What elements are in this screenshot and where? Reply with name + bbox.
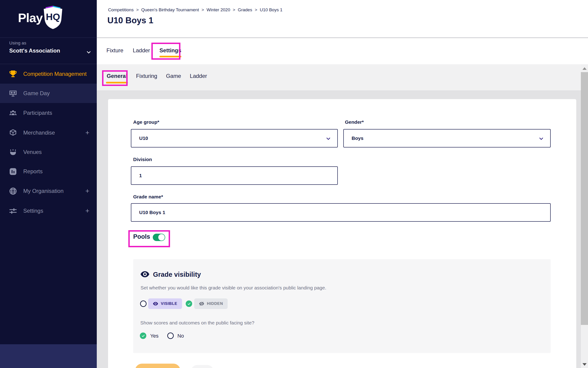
- expand-plus-icon[interactable]: +: [85, 129, 89, 137]
- no-radio[interactable]: [167, 332, 174, 339]
- chevron-down-icon: [325, 136, 331, 142]
- sidebar-item-reports[interactable]: Reports: [0, 162, 97, 181]
- globe-icon: [9, 187, 17, 195]
- yes-radio-checked[interactable]: [140, 332, 146, 339]
- visible-radio[interactable]: [140, 301, 147, 307]
- hidden-radio-checked[interactable]: [186, 301, 192, 307]
- gender-value: Boys: [352, 136, 363, 141]
- division-label: Division: [133, 157, 152, 162]
- chevron-down-icon: [538, 136, 544, 142]
- no-label[interactable]: No: [177, 333, 184, 339]
- tab-bar: Fixture Ladder Settings: [97, 38, 588, 64]
- scrollbar-down-arrow-icon[interactable]: [582, 363, 587, 366]
- sidebar-item-venues[interactable]: Venues: [0, 142, 97, 162]
- subtab-ladder[interactable]: Ladder: [190, 70, 207, 85]
- primary-action-button-partial[interactable]: [135, 364, 180, 368]
- breadcrumb-separator: >: [233, 7, 235, 12]
- grade-visibility-description: Set whether you would like this grade vi…: [140, 285, 326, 291]
- grade-visibility-panel: Grade visibility Set whether you would l…: [133, 259, 551, 353]
- sidebar-item-label: Game Day: [23, 90, 50, 97]
- visible-badge[interactable]: VISIBLE: [148, 298, 182, 309]
- using-as-label: Using as: [9, 41, 26, 46]
- general-settings-card: Age group* U10 Gender* Boys Division 1 G…: [108, 99, 576, 368]
- subtab-game[interactable]: Game: [166, 70, 181, 85]
- division-input[interactable]: 1: [131, 166, 338, 185]
- sliders-icon: [9, 207, 17, 215]
- breadcrumb-season[interactable]: Winter 2020: [207, 7, 230, 12]
- gender-select[interactable]: Boys: [343, 129, 551, 147]
- yes-label[interactable]: Yes: [150, 333, 158, 339]
- expand-plus-icon[interactable]: +: [85, 207, 89, 215]
- sidebar-item-label: Competition Management: [23, 71, 87, 77]
- tab-ladder[interactable]: Ladder: [133, 44, 150, 59]
- sidebar-item-label: Reports: [23, 168, 43, 175]
- age-group-label: Age group*: [133, 119, 159, 125]
- subtab-fixturing[interactable]: Fixturing: [136, 70, 157, 85]
- sidebar-item-competition-management[interactable]: Competition Management: [0, 64, 97, 84]
- box-icon: [9, 129, 17, 137]
- grade-name-input[interactable]: U10 Boys 1: [131, 203, 551, 222]
- vertical-scrollbar[interactable]: [581, 64, 588, 368]
- chevron-down-icon[interactable]: [86, 49, 92, 55]
- sidebar-item-label: Venues: [23, 149, 42, 155]
- trophy-icon: [9, 70, 17, 78]
- people-icon: [9, 109, 17, 117]
- toggle-knob: [158, 234, 165, 240]
- organisation-name[interactable]: Scott's Association: [9, 47, 60, 54]
- sidebar-divider: [0, 37, 97, 38]
- tab-settings[interactable]: Settings: [159, 44, 181, 59]
- pools-label: Pools: [133, 233, 150, 240]
- grade-name-label: Grade name*: [133, 194, 163, 200]
- user-menu[interactable]: S Scott scott.lane@playhq.com scott.lane…: [0, 344, 97, 368]
- tab-fixture[interactable]: Fixture: [106, 44, 123, 59]
- active-subtab-underline: [106, 82, 128, 83]
- sidebar-item-settings[interactable]: Settings +: [0, 201, 97, 221]
- sidebar-item-label: Merchandise: [23, 129, 55, 136]
- expand-plus-icon[interactable]: +: [85, 187, 89, 195]
- subtab-general[interactable]: General: [107, 70, 127, 85]
- logo-play-text: Play: [18, 11, 43, 25]
- secondary-action-button-partial[interactable]: [191, 365, 213, 368]
- hidden-badge[interactable]: HIDDEN: [194, 298, 228, 309]
- sidebar-item-label: Settings: [23, 208, 43, 214]
- grade-name-value: U10 Boys 1: [139, 210, 165, 215]
- stadium-icon: [9, 148, 17, 156]
- show-scores-question: Show scores and outcomes on the public f…: [140, 320, 254, 326]
- breadcrumb-current: U10 Boys 1: [260, 7, 283, 12]
- check-icon: [141, 334, 145, 338]
- pools-toggle[interactable]: [153, 234, 165, 241]
- scrollbar-up-arrow-icon[interactable]: [582, 67, 587, 70]
- playhq-logo[interactable]: Play HQ: [18, 6, 65, 30]
- playhq-shield-icon: HQ: [41, 6, 65, 30]
- page-header: Competitions > Queen's Birthday Tourname…: [97, 0, 588, 38]
- breadcrumb-separator: >: [255, 7, 257, 12]
- sidebar-item-my-organisation[interactable]: My Organisation +: [0, 181, 97, 201]
- svg-text:HQ: HQ: [46, 11, 60, 22]
- eye-icon: [153, 301, 158, 306]
- sidebar: Play HQ Using as Scott's Association Com…: [0, 0, 97, 368]
- scoreboard-icon: [9, 89, 17, 98]
- sidebar-item-participants[interactable]: Participants: [0, 103, 97, 123]
- eye-icon: [140, 269, 150, 279]
- gender-label: Gender*: [345, 119, 364, 125]
- breadcrumb-tournament[interactable]: Queen's Birthday Tournament: [141, 7, 199, 12]
- age-group-value: U10: [139, 136, 148, 141]
- sidebar-item-merchandise[interactable]: Merchandise +: [0, 123, 97, 142]
- sidebar-item-game-day[interactable]: Game Day: [0, 84, 97, 103]
- breadcrumb-separator: >: [136, 7, 139, 12]
- sidebar-divider: [0, 64, 97, 64]
- division-value: 1: [139, 173, 142, 178]
- subtab-bar: General Fixturing Game Ladder: [97, 64, 588, 90]
- breadcrumb-grades[interactable]: Grades: [238, 7, 252, 12]
- grade-visibility-title: Grade visibility: [153, 271, 201, 278]
- age-group-select[interactable]: U10: [131, 129, 338, 147]
- visible-badge-label: VISIBLE: [161, 301, 177, 306]
- page-title: U10 Boys 1: [107, 16, 154, 25]
- breadcrumb-separator: >: [201, 7, 204, 12]
- scrollbar-thumb[interactable]: [581, 72, 588, 325]
- active-tab-underline: [159, 56, 181, 57]
- sidebar-item-label: My Organisation: [23, 188, 64, 194]
- check-icon: [187, 302, 191, 306]
- breadcrumb-competitions[interactable]: Competitions: [108, 7, 134, 12]
- breadcrumb: Competitions > Queen's Birthday Tourname…: [108, 7, 283, 12]
